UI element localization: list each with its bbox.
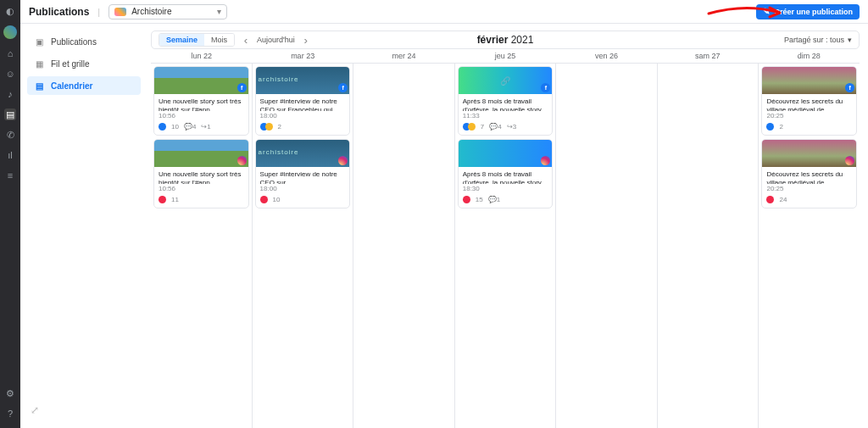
chevron-down-icon: ▾: [217, 7, 221, 16]
calendar-toolbar: Semaine Mois ‹ Aujourd'hui › février 202…: [151, 31, 860, 49]
day-column: [658, 64, 760, 428]
post-card[interactable]: 🔗fAprès 8 mois de travail d'orfèvre, la …: [458, 66, 554, 136]
post-time: 18:00: [260, 185, 346, 192]
calendar-icon: ▤: [34, 81, 44, 91]
view-week-button[interactable]: Semaine: [159, 34, 204, 46]
day-column: fUne nouvelle story sort très bientôt su…: [151, 64, 253, 428]
day-column: [353, 64, 455, 428]
day-column: fSuper #interview de notre CEO sur Franc…: [253, 64, 354, 428]
calendar-grid: fUne nouvelle story sort très bientôt su…: [151, 63, 860, 428]
instagram-badge-icon: [338, 156, 348, 165]
post-thumbnail: [154, 140, 248, 167]
post-thumbnail: [459, 140, 553, 167]
calendar-title: février 2021: [477, 34, 534, 46]
post-metrics: 11: [159, 196, 244, 203]
instagram-badge-icon: [237, 156, 247, 165]
section-sidebar: ▣ Publications ▦ Fil et grille ▤ Calendr…: [20, 24, 147, 428]
post-text: Une nouvelle story sort très bientôt sur…: [159, 97, 244, 111]
sidebar-collapse-icon[interactable]: ⤢: [27, 401, 141, 420]
post-metrics: 10: [260, 196, 346, 203]
facebook-badge-icon: f: [237, 83, 247, 92]
post-time: 11:33: [463, 112, 548, 120]
share-filter[interactable]: Partagé sur : tous ▾: [784, 36, 852, 44]
post-card[interactable]: fSuper #interview de notre CEO sur Franc…: [255, 66, 351, 136]
planner-icon[interactable]: ▤: [4, 108, 16, 120]
help-icon[interactable]: ?: [4, 408, 16, 420]
instagram-badge-icon: [541, 156, 550, 165]
post-card[interactable]: fUne nouvelle story sort très bientôt su…: [153, 66, 249, 136]
post-thumbnail: f: [256, 67, 350, 94]
day-column: fDécouvrez les secrets du village médiév…: [759, 64, 860, 428]
post-time: 10:56: [159, 185, 244, 192]
sidebar-item-calendar[interactable]: ▤ Calendrier: [27, 76, 141, 95]
post-text: Après 8 mois de travail d'orfèvre, la no…: [463, 170, 548, 184]
day-column: 🔗fAprès 8 mois de travail d'orfèvre, la …: [455, 64, 557, 428]
post-time: 18:00: [260, 112, 346, 120]
breadcrumb: Publications: [29, 6, 89, 18]
create-post-button[interactable]: ✎ Créer une publication: [756, 4, 860, 19]
account-avatar-icon: [114, 8, 126, 16]
insights-icon[interactable]: ıl: [4, 149, 16, 161]
view-month-button[interactable]: Mois: [204, 34, 234, 46]
post-time: 18:30: [463, 185, 548, 192]
sidebar-item-publications[interactable]: ▣ Publications: [27, 32, 141, 51]
post-metrics: 7💬4↪3: [463, 123, 548, 131]
post-card[interactable]: fDécouvrez les secrets du village médiév…: [761, 66, 857, 136]
prev-week-button[interactable]: ‹: [240, 34, 252, 46]
facebook-badge-icon: f: [845, 83, 854, 92]
instagram-badge-icon: [845, 156, 854, 165]
facebook-badge-icon: f: [338, 83, 348, 92]
post-thumbnail: [762, 140, 856, 167]
post-metrics: 24: [766, 196, 852, 203]
post-text: Découvrez les secrets du village médiéva…: [766, 170, 852, 184]
post-time: 20:25: [766, 185, 852, 192]
settings-gear-icon[interactable]: ⚙: [4, 387, 16, 399]
global-nav-rail: ◐ ⌂ ☺ ♪ ▤ ✆ ıl ≡ ⚙ ?: [0, 0, 20, 428]
today-button[interactable]: Aujourd'hui: [257, 36, 295, 44]
post-text: Super #interview de notre CEO sur France…: [260, 97, 346, 111]
top-bar: Publications | Archistoire ▾ ✎ Créer une…: [20, 0, 868, 24]
post-text: Super #interview de notre CEO sur @franc…: [260, 170, 346, 184]
post-time: 10:56: [159, 112, 244, 120]
post-thumbnail: f: [762, 67, 856, 94]
menu-icon[interactable]: ≡: [4, 170, 16, 181]
post-card[interactable]: Après 8 mois de travail d'orfèvre, la no…: [458, 139, 554, 208]
weekday-header: lun 22 mar 23 mer 24 jeu 25 ven 26 sam 2…: [151, 49, 860, 63]
compose-icon: ✎: [763, 7, 770, 16]
post-metrics: 2: [766, 123, 852, 131]
megaphone-icon[interactable]: ✆: [4, 129, 16, 141]
bell-icon[interactable]: ☺: [4, 68, 16, 80]
calendar-panel: Semaine Mois ‹ Aujourd'hui › février 202…: [147, 24, 868, 428]
post-thumbnail: [256, 140, 350, 167]
post-text: Après 8 mois de travail d'orfèvre, la no…: [463, 97, 548, 111]
grid-icon: ▦: [34, 58, 44, 69]
ads-icon[interactable]: ♪: [4, 88, 16, 100]
link-icon: 🔗: [500, 76, 510, 86]
chevron-down-icon: ▾: [848, 36, 852, 44]
post-text: Une nouvelle story sort très bientôt sur…: [159, 170, 244, 184]
post-icon: ▣: [34, 36, 44, 47]
post-metrics: 15💬1: [463, 196, 548, 203]
account-name: Archistoire: [131, 7, 171, 16]
post-card[interactable]: Une nouvelle story sort très bientôt sur…: [153, 139, 249, 208]
account-avatar[interactable]: [3, 25, 17, 39]
post-text: Découvrez les secrets du village médiéva…: [766, 97, 852, 111]
account-picker[interactable]: Archistoire ▾: [108, 4, 227, 19]
sidebar-item-feed-grid[interactable]: ▦ Fil et grille: [27, 54, 141, 73]
post-thumbnail: 🔗f: [459, 67, 553, 94]
post-thumbnail: f: [154, 67, 248, 94]
day-column: [556, 64, 658, 428]
home-icon[interactable]: ⌂: [4, 47, 16, 59]
post-card[interactable]: Découvrez les secrets du village médiéva…: [761, 139, 857, 208]
post-card[interactable]: Super #interview de notre CEO sur @franc…: [255, 139, 351, 208]
post-metrics: 2: [260, 123, 346, 131]
view-toggle: Semaine Mois: [159, 33, 235, 47]
post-time: 20:25: [766, 112, 852, 120]
facebook-badge-icon: f: [541, 83, 550, 92]
post-metrics: 10💬4↪1: [159, 123, 244, 131]
next-week-button[interactable]: ›: [300, 34, 312, 46]
meta-logo-icon[interactable]: ◐: [4, 5, 16, 17]
